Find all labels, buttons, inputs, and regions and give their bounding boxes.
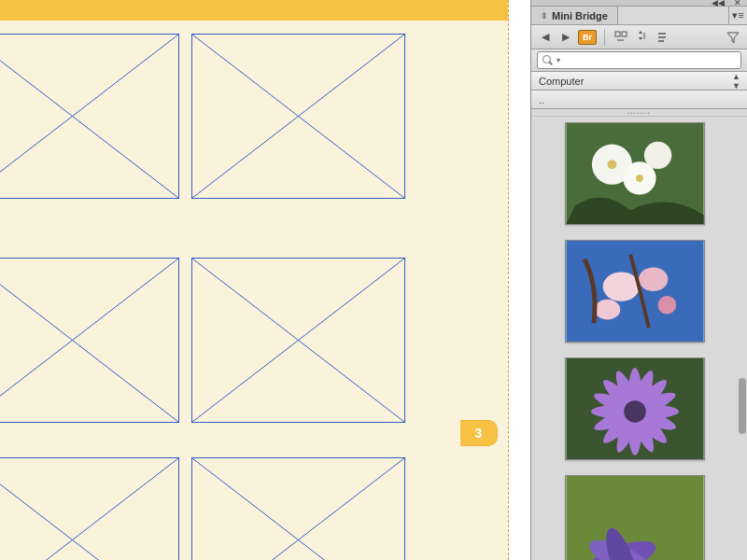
thumbnail-area — [531, 117, 747, 560]
image-frame[interactable] — [191, 34, 405, 199]
thumbnails-icon — [614, 31, 627, 44]
image-frame[interactable] — [191, 258, 405, 423]
panel-tab-bar: ⇕ Mini Bridge ▾≡ — [531, 7, 747, 25]
close-icon[interactable]: ✕ — [734, 0, 741, 7]
svg-line-0 — [0, 35, 178, 198]
thumbnail[interactable] — [565, 122, 705, 225]
panel-tab-mini-bridge[interactable]: ⇕ Mini Bridge — [531, 7, 618, 24]
page-number: 3 — [475, 426, 483, 441]
svg-point-28 — [638, 267, 667, 291]
page-number-tab[interactable]: 3 — [460, 420, 498, 446]
search-input[interactable] — [564, 55, 736, 66]
svg-point-27 — [602, 272, 639, 301]
panel-menu-button[interactable]: ▾≡ — [728, 7, 747, 24]
chevron-down-icon: ▾ — [557, 56, 560, 64]
svg-line-4 — [0, 259, 178, 422]
page-header-bar — [0, 0, 508, 21]
nav-back-button[interactable]: ◀ — [537, 29, 554, 46]
scroll-thumb[interactable] — [739, 378, 746, 434]
grip-icon: ⇕ — [541, 11, 548, 21]
panel-control-strip: ◀◀ ✕ — [531, 0, 747, 7]
svg-line-11 — [192, 458, 404, 560]
open-bridge-button[interactable]: Br — [578, 30, 597, 45]
svg-point-23 — [643, 142, 670, 169]
collapse-icon[interactable]: ◀◀ — [712, 0, 725, 7]
sort-icon — [635, 31, 648, 44]
svg-rect-13 — [622, 32, 627, 36]
page: 3 — [0, 0, 509, 560]
svg-line-1 — [0, 35, 178, 198]
funnel-icon — [726, 31, 740, 44]
mini-bridge-toolbar: ◀ ▶ Br — [531, 25, 747, 49]
thumbnail[interactable] — [565, 357, 705, 460]
splitter-handle[interactable]: •••••••• — [531, 109, 747, 117]
menu-icon: ▾≡ — [732, 9, 743, 21]
svg-line-9 — [0, 458, 178, 560]
svg-point-40 — [624, 400, 646, 423]
grip-dots-icon: •••••••• — [627, 110, 651, 116]
pasteboard — [510, 0, 530, 560]
svg-line-10 — [192, 458, 404, 560]
image-frame[interactable] — [0, 258, 179, 423]
svg-point-24 — [607, 160, 616, 169]
svg-point-25 — [635, 175, 642, 182]
svg-point-30 — [657, 296, 676, 315]
panel-title: Mini Bridge — [552, 10, 608, 21]
filter-button[interactable] — [725, 29, 741, 46]
view-thumbnails-button[interactable] — [613, 29, 629, 46]
svg-marker-19 — [727, 33, 739, 43]
thumbnail[interactable] — [565, 240, 705, 343]
list-icon — [655, 31, 669, 44]
image-frame[interactable] — [0, 457, 179, 560]
sort-button[interactable] — [633, 29, 650, 46]
chevron-left-icon: ◀ — [542, 31, 549, 43]
breadcrumb-text: .. — [539, 94, 544, 105]
location-dropdown[interactable]: Computer ▲▼ — [531, 72, 747, 91]
chevron-right-icon: ▶ — [562, 31, 570, 43]
search-icon — [543, 55, 553, 65]
mini-bridge-panel: ◀◀ ✕ ⇕ Mini Bridge ▾≡ ◀ ▶ Br — [530, 0, 747, 560]
filter-list-button[interactable] — [654, 29, 670, 46]
search-row: ▾ — [531, 49, 747, 72]
svg-marker-15 — [639, 37, 642, 40]
nav-forward-button[interactable]: ▶ — [557, 29, 574, 46]
scrollbar-vertical[interactable] — [738, 117, 747, 560]
thumbnail-list[interactable] — [531, 117, 738, 560]
location-label: Computer — [539, 76, 584, 87]
svg-line-8 — [0, 458, 178, 560]
separator — [604, 29, 605, 46]
document-canvas[interactable]: 3 — [0, 0, 530, 560]
image-frame[interactable] — [191, 457, 405, 560]
search-box[interactable]: ▾ — [537, 51, 741, 69]
svg-line-5 — [0, 259, 178, 422]
svg-point-29 — [594, 300, 619, 320]
svg-rect-12 — [615, 32, 620, 36]
image-frame[interactable] — [0, 34, 179, 199]
thumbnail[interactable] — [565, 475, 705, 560]
svg-marker-14 — [639, 31, 642, 34]
breadcrumb[interactable]: .. — [531, 91, 747, 109]
updown-icon: ▲▼ — [732, 72, 740, 91]
